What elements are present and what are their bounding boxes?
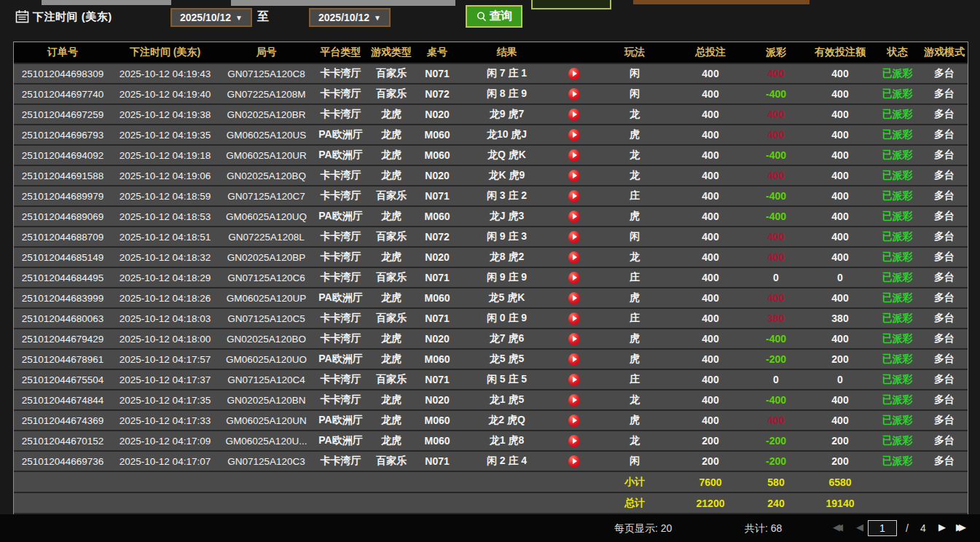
cell-play-icon bbox=[554, 431, 594, 451]
cell-status: 已派彩 bbox=[874, 451, 921, 471]
cell-play-icon bbox=[554, 145, 594, 165]
play-result-icon[interactable] bbox=[568, 435, 580, 447]
last-page-icon[interactable]: ▶▶ bbox=[956, 522, 966, 533]
cell-table-no: M060 bbox=[415, 206, 459, 227]
play-result-icon[interactable] bbox=[568, 190, 580, 203]
search-button[interactable]: 查询 bbox=[466, 5, 522, 28]
prev-page-icon[interactable]: ◀ bbox=[856, 522, 863, 533]
cell-total-bet: 400 bbox=[675, 125, 745, 145]
cell-payout: 400 bbox=[745, 125, 807, 145]
cell-total-bet: 200 bbox=[675, 431, 745, 451]
play-triangle bbox=[573, 152, 577, 158]
cell-valid-bet: 400 bbox=[807, 206, 874, 227]
cell-result: 龙10 虎J bbox=[459, 125, 554, 145]
cell-mode: 多台 bbox=[921, 125, 968, 145]
cell-total-bet: 400 bbox=[675, 165, 745, 186]
cell-platform: PA欧洲厅 bbox=[314, 206, 367, 227]
cell-total-bet: 400 bbox=[675, 227, 745, 247]
cell-payout: -200 bbox=[745, 349, 807, 369]
cell-time: 2025-10-12 04:17:07 bbox=[111, 451, 219, 471]
table-row: 2510120446887092025-10-12 04:18:51GN0722… bbox=[14, 227, 968, 247]
play-result-icon[interactable] bbox=[568, 170, 580, 182]
play-result-icon[interactable] bbox=[568, 251, 580, 264]
cell-platform: 卡卡湾厅 bbox=[314, 227, 367, 247]
cell-total-bet: 400 bbox=[675, 288, 745, 308]
cell-total-bet: 400 bbox=[675, 329, 745, 349]
cell-game-type: 龙虎 bbox=[367, 104, 415, 125]
cell-round: GN02025A120BO bbox=[219, 329, 314, 349]
header-valid-bet: 有效投注额 bbox=[807, 42, 874, 63]
play-result-icon[interactable] bbox=[568, 374, 580, 386]
cell-platform: 卡卡湾厅 bbox=[314, 267, 367, 288]
play-result-icon[interactable] bbox=[568, 129, 580, 141]
date-to-picker[interactable]: 2025/10/12 ▼ bbox=[309, 8, 391, 27]
page-input[interactable] bbox=[868, 520, 897, 536]
play-result-icon[interactable] bbox=[568, 292, 580, 305]
total-count-label: 共计: 68 bbox=[745, 522, 782, 535]
cell-status: 已派彩 bbox=[874, 227, 921, 247]
play-result-icon[interactable] bbox=[568, 88, 580, 101]
cell-round: GN07125A120C6 bbox=[219, 267, 314, 288]
table-row: 2510120446983092025-10-12 04:19:43GN0712… bbox=[14, 63, 968, 84]
play-result-icon[interactable] bbox=[568, 455, 580, 468]
play-result-icon[interactable] bbox=[568, 415, 580, 427]
cell-payout: 400 bbox=[745, 227, 807, 247]
play-result-icon[interactable] bbox=[568, 68, 580, 80]
cell-result: 闲 9 庄 9 bbox=[459, 267, 554, 288]
table-row: 2510120446748442025-10-12 04:17:35GN0202… bbox=[14, 390, 968, 410]
cell-play: 虎 bbox=[594, 288, 675, 308]
cell-order: 251012044685149 bbox=[14, 247, 111, 267]
first-page-icon[interactable]: ◀◀ bbox=[833, 522, 843, 533]
cell-mode: 多台 bbox=[921, 390, 968, 410]
cell-valid-bet: 400 bbox=[807, 104, 874, 125]
subtotal-row-valid-bet: 6580 bbox=[807, 471, 874, 492]
cell-order: 251012044688709 bbox=[14, 227, 111, 247]
cell-table-no: M060 bbox=[415, 145, 459, 165]
header-total-bet: 总投注 bbox=[675, 42, 745, 63]
cell-valid-bet: 400 bbox=[807, 247, 874, 267]
play-triangle bbox=[573, 132, 577, 138]
cell-payout: -400 bbox=[745, 186, 807, 206]
play-result-icon[interactable] bbox=[568, 231, 580, 243]
cell-play: 庄 bbox=[594, 186, 675, 206]
cell-result: 龙1 虎5 bbox=[459, 390, 554, 410]
grand-total-row-spacer-end bbox=[874, 492, 968, 514]
next-page-icon[interactable]: ▶ bbox=[938, 522, 946, 533]
play-result-icon[interactable] bbox=[568, 211, 580, 223]
play-result-icon[interactable] bbox=[568, 353, 580, 366]
cell-status: 已派彩 bbox=[874, 349, 921, 369]
cell-game-type: 龙虎 bbox=[367, 410, 415, 431]
cell-play-icon bbox=[554, 227, 594, 247]
play-result-icon[interactable] bbox=[568, 149, 580, 162]
play-triangle bbox=[573, 438, 577, 444]
cell-table-no: N071 bbox=[415, 186, 459, 206]
play-result-icon[interactable] bbox=[568, 272, 580, 284]
cell-mode: 多台 bbox=[921, 288, 968, 308]
play-result-icon[interactable] bbox=[568, 313, 580, 325]
cell-table-no: N072 bbox=[415, 227, 459, 247]
cell-round: GN02025A120BR bbox=[219, 104, 314, 125]
cell-total-bet: 400 bbox=[675, 104, 745, 125]
play-result-icon[interactable] bbox=[568, 333, 580, 345]
cell-game-type: 百家乐 bbox=[367, 227, 415, 247]
cell-total-bet: 400 bbox=[675, 349, 745, 369]
table-row: 2510120446977402025-10-12 04:19:40GN0722… bbox=[14, 84, 968, 104]
cell-table-no: N020 bbox=[415, 390, 459, 410]
cell-round: GM06025A120UO bbox=[219, 349, 314, 369]
cell-table-no: N020 bbox=[415, 247, 459, 267]
play-result-icon[interactable] bbox=[568, 394, 580, 406]
page-separator: / bbox=[906, 522, 909, 534]
cell-order: 251012044669736 bbox=[14, 451, 111, 471]
cell-table-no: N071 bbox=[415, 308, 459, 329]
cell-total-bet: 400 bbox=[675, 145, 745, 165]
cell-play-icon bbox=[554, 267, 594, 288]
grand-total-row-total-bet: 21200 bbox=[675, 492, 745, 514]
cell-time: 2025-10-12 04:19:18 bbox=[111, 145, 219, 165]
cell-play: 闲 bbox=[594, 63, 675, 84]
cell-platform: 卡卡湾厅 bbox=[314, 247, 367, 267]
date-from-picker[interactable]: 2025/10/12 ▼ bbox=[170, 8, 252, 27]
cell-order: 251012044675504 bbox=[14, 369, 111, 390]
cell-game-type: 百家乐 bbox=[367, 451, 415, 471]
header-game-type: 游戏类型 bbox=[367, 42, 415, 63]
play-result-icon[interactable] bbox=[568, 109, 580, 121]
